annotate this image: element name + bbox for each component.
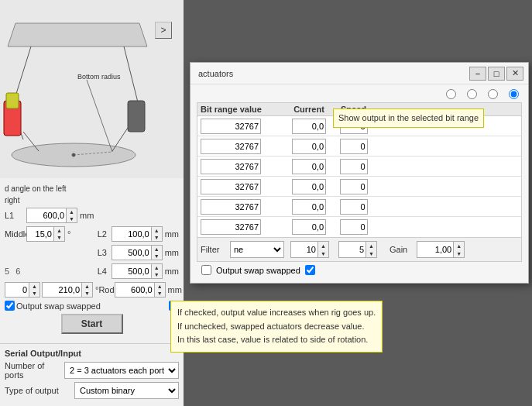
filter-num2-input[interactable] — [338, 241, 366, 258]
minimize-button[interactable]: − — [469, 67, 486, 81]
gain-down[interactable]: ▼ — [454, 249, 464, 257]
close-button[interactable]: ✕ — [506, 67, 523, 81]
radio-1[interactable] — [446, 89, 456, 99]
middle-up-arrow[interactable]: ▲ — [54, 227, 64, 234]
bit-range-input-1[interactable] — [201, 119, 261, 134]
l1-spinner[interactable]: ▲ ▼ — [67, 208, 77, 223]
current-input-3[interactable] — [292, 159, 326, 174]
tooltip-bitrange-text: Show output in the selected bit range — [338, 113, 479, 122]
l4-row: 5 6 L4 ▲ ▼ mm — [5, 263, 179, 279]
val210-input[interactable] — [42, 282, 82, 298]
l1-row: L1 ▲ ▼ mm — [5, 208, 179, 223]
l2-input[interactable] — [112, 226, 152, 242]
maximize-button[interactable]: □ — [488, 67, 505, 81]
minimize-icon: − — [475, 69, 480, 78]
radio-option-2[interactable] — [467, 89, 477, 99]
bit-range-input-2[interactable] — [201, 139, 261, 154]
middle-down-arrow[interactable]: ▼ — [54, 234, 64, 241]
filter-num2-up[interactable]: ▲ — [366, 242, 376, 249]
radio-4[interactable] — [509, 89, 519, 99]
current-cell-2 — [286, 139, 332, 154]
tooltip-swap-line-3: In this last case, value is related to s… — [177, 333, 376, 347]
swap-checkbox-2[interactable] — [305, 265, 315, 275]
radio-3[interactable] — [488, 89, 498, 99]
speed-input-3[interactable] — [340, 159, 368, 174]
serial-output-select[interactable]: Custom binary DMX Modbus — [74, 382, 179, 399]
start-button[interactable]: Start — [61, 314, 123, 334]
filter-select[interactable]: ne low high — [230, 241, 284, 258]
l2-spinner[interactable]: ▲ ▼ — [152, 226, 163, 242]
serial-ports-select[interactable]: 2 = 3 actuators each port 1 = 6 actuator… — [64, 362, 179, 379]
svg-rect-6 — [128, 101, 145, 132]
radio-group — [446, 89, 519, 99]
filter-num1-spinner[interactable]: ▲ ▼ — [318, 241, 329, 258]
bottom-radius-text: Bottom radius — [77, 73, 121, 81]
radio-option-3[interactable] — [488, 89, 498, 99]
rod-input[interactable] — [115, 282, 155, 298]
gain-spinner[interactable]: ▲ ▼ — [454, 241, 465, 258]
val210-up-arrow[interactable]: ▲ — [82, 283, 92, 290]
val0-up-arrow[interactable]: ▲ — [29, 283, 39, 290]
val210-down-arrow[interactable]: ▼ — [82, 290, 92, 297]
gain-up[interactable]: ▲ — [454, 242, 464, 249]
bit-range-input-6[interactable] — [201, 219, 261, 235]
radio-option-4[interactable] — [509, 89, 519, 99]
radio-option-1[interactable] — [446, 89, 456, 99]
speed-input-2[interactable] — [340, 139, 368, 154]
gain-input[interactable] — [417, 241, 454, 258]
val0-down-arrow[interactable]: ▼ — [29, 290, 39, 297]
current-input-2[interactable] — [292, 139, 326, 154]
speed-cell-5 — [332, 199, 375, 215]
current-input-5[interactable] — [292, 199, 326, 215]
filter-num2-spinner[interactable]: ▲ ▼ — [366, 241, 377, 258]
rod-unit: mm — [168, 285, 182, 294]
speed-cell-2 — [332, 139, 375, 154]
col-header-current: Current — [286, 105, 332, 114]
nav-right-button[interactable]: > — [155, 22, 172, 39]
val0-spinner[interactable]: ▲ ▼ — [29, 282, 40, 298]
current-input-6[interactable] — [292, 219, 326, 235]
val210-spinner[interactable]: ▲ ▼ — [82, 282, 93, 298]
actuator-row-4 — [197, 177, 521, 197]
speed-input-6[interactable] — [340, 219, 368, 235]
filter-num1-wrap: ▲ ▼ — [290, 241, 329, 258]
speed-input-4[interactable] — [340, 179, 368, 194]
l3-input[interactable] — [112, 245, 152, 260]
bit-range-input-4[interactable] — [201, 179, 261, 194]
swap-checkbox[interactable] — [201, 265, 211, 275]
middle-input[interactable] — [26, 226, 54, 242]
filter-num2-down[interactable]: ▼ — [366, 249, 376, 257]
filter-num1-input[interactable] — [290, 241, 318, 258]
current-input-4[interactable] — [292, 179, 326, 194]
val0-input[interactable] — [5, 282, 29, 298]
current-input-1[interactable] — [292, 119, 326, 134]
bit-range-input-5[interactable] — [201, 199, 261, 215]
l1-input[interactable] — [26, 208, 67, 223]
rod-up-arrow[interactable]: ▲ — [155, 283, 165, 290]
val5: 5 — [5, 267, 9, 276]
l4-spinner[interactable]: ▲ ▼ — [152, 263, 163, 279]
middle-spinner[interactable]: ▲ ▼ — [54, 226, 65, 242]
l1-up-arrow[interactable]: ▲ — [67, 208, 77, 215]
rod-spinner[interactable]: ▲ ▼ — [155, 282, 166, 298]
filter-num1-down[interactable]: ▼ — [318, 249, 328, 257]
current-cell-1 — [286, 119, 332, 134]
l4-down-arrow[interactable]: ▼ — [152, 271, 162, 278]
l2-up-arrow[interactable]: ▲ — [152, 227, 162, 234]
speed-input-5[interactable] — [340, 199, 368, 215]
tooltip-swap-line-2: If unchecked, swapped actuators decrease… — [177, 320, 376, 334]
l3-down-arrow[interactable]: ▼ — [152, 253, 162, 260]
filter-num1-up[interactable]: ▲ — [318, 242, 328, 249]
l3-up-arrow[interactable]: ▲ — [152, 246, 162, 253]
l4-up-arrow[interactable]: ▲ — [152, 264, 162, 271]
l1-down-arrow[interactable]: ▼ — [67, 215, 77, 222]
l4-input[interactable] — [112, 263, 152, 279]
rod-row: ▲ ▼ ▲ ▼ ° Rod ▲ ▼ mm — [5, 282, 179, 298]
l3-spinner[interactable]: ▲ ▼ — [152, 245, 163, 260]
checkbox-left[interactable] — [5, 301, 15, 311]
bit-range-input-3[interactable] — [201, 159, 261, 174]
serial-output-row: Type of output Custom binary DMX Modbus — [5, 382, 179, 399]
rod-down-arrow[interactable]: ▼ — [155, 290, 165, 297]
l2-down-arrow[interactable]: ▼ — [152, 234, 162, 241]
radio-2[interactable] — [467, 89, 477, 99]
